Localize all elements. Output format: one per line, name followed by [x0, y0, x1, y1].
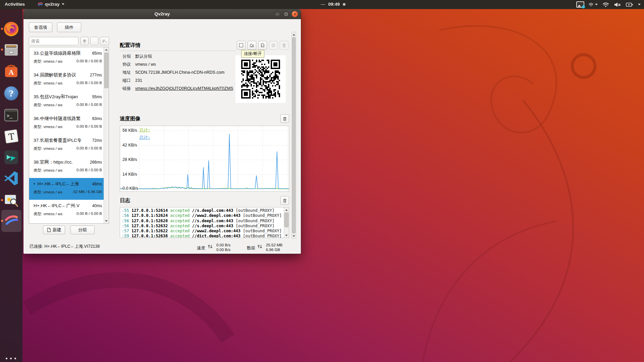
y-tick-56: 56 KB/s: [122, 128, 138, 133]
stop-square-icon: [239, 43, 243, 47]
log-scrollbar[interactable]: [284, 207, 289, 238]
server-item[interactable]: 33.公益等级線路嚴格限65ms类型: vmess / ws0.00 B / 0…: [29, 47, 109, 69]
input-method-indicator[interactable]: 中: [589, 2, 598, 8]
battery-charging-icon[interactable]: [626, 2, 633, 7]
connect-disconnect-button[interactable]: [237, 41, 246, 50]
speed-graph: 56 KB/s 42 KB/s 28 KB/s 14 KB/s 0.0 KB/s…: [120, 126, 289, 192]
trash-icon: [282, 43, 286, 48]
scroll-up-arrow[interactable]: [284, 207, 289, 212]
up-down-arrows-icon: [257, 243, 263, 250]
screenshot-indicator-icon[interactable]: [576, 1, 584, 8]
server-item[interactable]: •H+.HK←IPLC←上海48ms类型: vmess / ws.52 MB /…: [29, 178, 109, 200]
dock-item-teal-arrows-app[interactable]: [3, 149, 19, 165]
main-panel-scrollbar[interactable]: [291, 32, 296, 239]
wifi-icon[interactable]: [602, 2, 609, 7]
server-item[interactable]: 36.中继中转隧道线路繁63ms类型: vmess / ws0.00 B / 0…: [29, 113, 109, 134]
chevron-down-icon: [62, 3, 64, 5]
preferences-button[interactable]: 首选项: [29, 22, 52, 32]
input-method-label: 中: [589, 2, 594, 8]
detail-value[interactable]: vmess://eyJhZGQiOiJTQ0ROLjcyMTM4LkpNT0ZM…: [135, 86, 233, 91]
server-item[interactable]: H+.HK←IPLC←广州.V40ms类型: vmess / ws0.00 B …: [29, 200, 109, 222]
clock-area[interactable]: — 09:49: [321, 2, 345, 7]
scroll-down-arrow[interactable]: [284, 233, 289, 238]
title-bar[interactable]: Qv2ray — ✕: [23, 9, 301, 19]
server-type: 类型: vmess / ws: [34, 124, 74, 129]
server-type: 类型: vmess / ws: [34, 146, 74, 151]
server-traffic: 0.00 B / 0.00 B: [76, 168, 102, 173]
dock-item-terminal[interactable]: >_: [3, 107, 19, 123]
delete-config-button: [280, 41, 288, 50]
group-button[interactable]: 分组: [70, 226, 95, 234]
log-view[interactable]: :55 127.0.0.1:52614 accepted //s.deepl.c…: [120, 207, 289, 238]
scrollbar-thumb[interactable]: [292, 37, 296, 233]
dock-item-help[interactable]: ?: [3, 85, 19, 101]
qv2ray-icon: [3, 213, 19, 229]
activities-button[interactable]: Activities: [5, 2, 25, 7]
server-type: 类型: vmess / ws: [34, 59, 74, 64]
scroll-up-arrow[interactable]: [104, 47, 109, 52]
show-applications-button[interactable]: [6, 358, 17, 362]
dock-item-ubuntu-software[interactable]: A: [3, 63, 19, 79]
y-tick-42: 42 KB/s: [122, 143, 138, 147]
new-document-icon: [47, 228, 51, 232]
data-down-value: 6.96 GB: [266, 248, 280, 252]
scroll-up-arrow[interactable]: [292, 32, 296, 37]
plugins-button[interactable]: 插件: [57, 22, 81, 32]
server-item[interactable]: 34.捐贈解锁更多协议277ms类型: vmess / ws0.00 B / 0…: [29, 69, 109, 91]
server-name: 36.中继中转隧道线路繁: [34, 116, 91, 122]
speed-values: 0.00 B/s 0.00 B/s: [216, 243, 230, 252]
legend-total-up[interactable]: 总计↑: [140, 127, 150, 133]
volume-muted-icon[interactable]: [614, 2, 621, 7]
server-list-scrollbar[interactable]: [104, 47, 109, 223]
clear-graph-button[interactable]: [280, 114, 289, 123]
running-indicator: [1, 49, 3, 51]
data-up-value: 25.52 MB: [266, 243, 282, 247]
server-item[interactable]: 35.包括V2ray和Trojan55ms类型: vmess / ws0.00 …: [29, 91, 109, 113]
connect-disconnect-tooltip: 连接/断开: [241, 50, 264, 58]
app-menu[interactable]: qv2ray: [38, 2, 64, 7]
connected-bullet-icon: •: [34, 181, 35, 186]
dock-item-vscode[interactable]: [3, 170, 19, 186]
qv2ray-window: Qv2ray — ✕ 首选项 插件 33.公益等级線路嚴格限65ms类型: vm…: [23, 9, 301, 254]
server-latency: 65ms: [92, 51, 102, 56]
config-details-title: 配置详情: [120, 42, 141, 49]
log-line: :57 127.0.0.1:52622 accepted //www2.deep…: [122, 229, 283, 234]
log-line: :59 127.0.0.1:52638 accepted //dict.deep…: [122, 234, 283, 238]
close-button[interactable]: ✕: [292, 11, 298, 17]
pin-button[interactable]: [80, 37, 89, 45]
sort-button[interactable]: [100, 37, 109, 45]
maximize-button[interactable]: [283, 11, 289, 17]
dock-item-files[interactable]: [3, 42, 19, 58]
server-item[interactable]: 38.官网：https://cc.266ms类型: vmess / ws0.00…: [29, 156, 109, 178]
legend-total-down[interactable]: 总计↓: [140, 135, 150, 140]
scrollbar-thumb[interactable]: [104, 53, 108, 88]
server-item[interactable]: H+.SG←IPLC←上海.V: [29, 222, 109, 224]
detail-value: 231: [135, 78, 142, 83]
scroll-down-arrow[interactable]: [104, 219, 109, 223]
scroll-down-arrow[interactable]: [292, 234, 296, 238]
vscode-icon: [3, 170, 19, 186]
new-config-label: 新建: [53, 227, 61, 233]
chevron-down-icon[interactable]: [638, 4, 641, 5]
dock-item-qv2ray[interactable]: [3, 213, 19, 229]
edit-config-button[interactable]: [248, 41, 256, 50]
minimize-button[interactable]: —: [274, 11, 280, 17]
clear-log-button[interactable]: [280, 196, 289, 205]
log-lines: :55 127.0.0.1:52614 accepted //s.deepl.c…: [122, 208, 283, 238]
server-item[interactable]: 37.长期套餐覆盖IPLC专72ms类型: vmess / ws0.00 B /…: [29, 134, 109, 156]
dock-item-typora[interactable]: T: [3, 129, 19, 144]
files-icon: [3, 42, 19, 58]
dock-item-firefox[interactable]: [3, 21, 19, 37]
scrollbar-thumb[interactable]: [284, 213, 288, 227]
server-list[interactable]: 33.公益等级線路嚴格限65ms类型: vmess / ws0.00 B / 0…: [29, 47, 109, 224]
new-config-button[interactable]: 新建: [43, 226, 65, 234]
server-latency: 55ms: [92, 95, 102, 99]
speed-graph-title: 速度图像: [120, 115, 141, 122]
blank-button[interactable]: [90, 37, 98, 45]
search-input[interactable]: [29, 37, 78, 45]
help-icon: ?: [3, 85, 19, 101]
dock: A ? >_ T: [0, 9, 22, 362]
dock-item-image-viewer[interactable]: [3, 192, 19, 208]
server-type: 类型: vmess / ws: [34, 81, 74, 86]
edit-json-button[interactable]: {;}: [258, 41, 267, 50]
